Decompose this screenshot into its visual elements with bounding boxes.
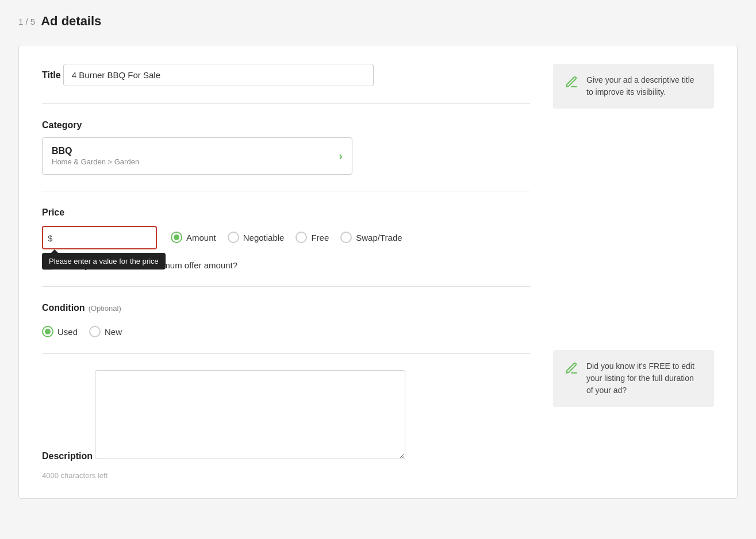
radio-free-input[interactable] — [296, 232, 307, 243]
price-input-wrap: $ Please enter a value for the price — [42, 226, 157, 249]
radio-used-input[interactable] — [42, 326, 53, 337]
radio-negotiable-label: Negotiable — [243, 233, 285, 242]
price-tooltip: Please enter a value for the price — [42, 253, 166, 270]
radio-new[interactable]: New — [89, 326, 122, 337]
divider-2 — [42, 191, 530, 191]
radio-negotiable-input[interactable] — [228, 232, 239, 243]
radio-swap-input[interactable] — [340, 232, 352, 243]
category-label: Category — [42, 120, 82, 130]
radio-used[interactable]: Used — [42, 326, 78, 337]
category-name: BBQ — [52, 146, 139, 156]
content-layout: Title Category BBQ Home & Garden > Garde… — [42, 64, 714, 480]
title-section: Title — [42, 64, 530, 87]
hint-area: Give your ad a descriptive title to impr… — [553, 64, 714, 480]
page-title: Ad details — [41, 14, 101, 29]
description-label: Description — [42, 451, 93, 461]
title-hint-icon — [565, 75, 578, 93]
condition-optional: (Optional) — [89, 304, 121, 313]
category-path: Home & Garden > Garden — [52, 157, 139, 166]
description-hint-icon — [565, 361, 578, 379]
description-textarea[interactable] — [95, 370, 405, 459]
page-container: 1 / 5 Ad details Title Category BBQ H — [0, 0, 756, 513]
title-input[interactable] — [63, 64, 374, 86]
divider-1 — [42, 103, 530, 104]
price-radio-group: Amount Negotiable Free — [171, 226, 402, 243]
title-label: Title — [42, 70, 61, 80]
price-row: $ Please enter a value for the price Amo… — [42, 226, 530, 249]
radio-amount-label: Amount — [186, 233, 216, 242]
price-input[interactable] — [42, 226, 157, 249]
description-section: Description 4000 characters left — [42, 370, 530, 480]
step-indicator: 1 / 5 — [18, 17, 35, 26]
radio-new-label: New — [105, 327, 122, 337]
radio-amount[interactable]: Amount — [171, 232, 216, 243]
category-info: BBQ Home & Garden > Garden — [52, 146, 139, 166]
radio-new-input[interactable] — [89, 326, 101, 337]
radio-free[interactable]: Free — [296, 232, 329, 243]
condition-section: Condition(Optional) Used New — [42, 303, 530, 337]
condition-label: Condition(Optional) — [42, 303, 121, 313]
title-hint-text: Give your ad a descriptive title to impr… — [586, 74, 703, 98]
divider-4 — [42, 353, 530, 354]
description-hint-box: Did you know it's FREE to edit your list… — [553, 350, 714, 407]
price-label: Price — [42, 207, 530, 218]
chevron-right-icon: › — [339, 149, 343, 163]
radio-swap-label: Swap/Trade — [356, 233, 402, 242]
title-hint-box: Give your ad a descriptive title to impr… — [553, 64, 714, 109]
price-section: Price $ Please enter a value for the pri… — [42, 207, 530, 270]
divider-3 — [42, 286, 530, 287]
radio-negotiable[interactable]: Negotiable — [228, 232, 285, 243]
radio-swap[interactable]: Swap/Trade — [340, 232, 402, 243]
form-area: Title Category BBQ Home & Garden > Garde… — [42, 64, 530, 480]
category-section: Category BBQ Home & Garden > Garden › — [42, 120, 530, 175]
page-header: 1 / 5 Ad details — [18, 14, 738, 29]
radio-amount-input[interactable] — [171, 232, 182, 243]
char-count: 4000 characters left — [42, 471, 530, 480]
description-hint-text: Did you know it's FREE to edit your list… — [586, 360, 703, 396]
category-selector[interactable]: BBQ Home & Garden > Garden › — [42, 137, 352, 175]
main-card: Title Category BBQ Home & Garden > Garde… — [18, 45, 738, 499]
condition-radio-group: Used New — [42, 320, 530, 337]
radio-used-label: Used — [57, 327, 78, 337]
radio-free-label: Free — [311, 233, 329, 242]
